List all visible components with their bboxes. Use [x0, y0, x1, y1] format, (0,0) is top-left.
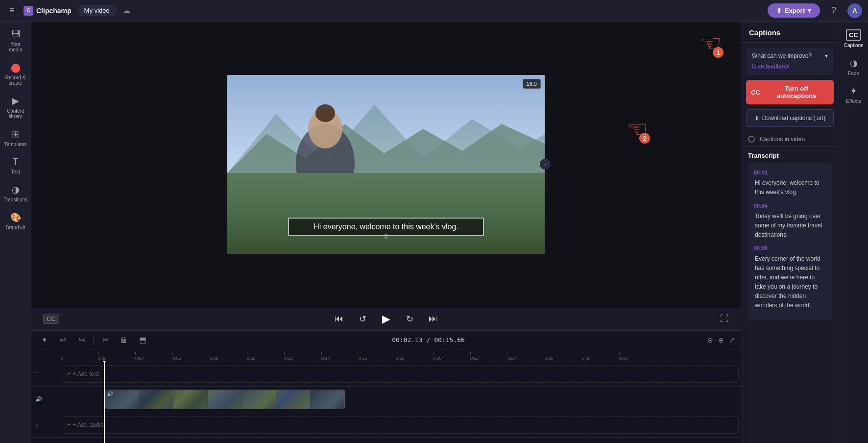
add-text-button[interactable]: + + Add text — [63, 365, 739, 383]
avatar[interactable]: A — [847, 3, 862, 18]
download-label: Download captions (.srt) — [762, 115, 825, 122]
transcript-text: Every corner of the world has something … — [754, 254, 826, 311]
svg-rect-4 — [257, 183, 511, 187]
plus-icon: + — [67, 370, 71, 377]
sidebar-label-content-library: Content library — [4, 108, 27, 119]
collapse-panel-button[interactable]: › — [540, 159, 551, 170]
text-icon: T — [13, 157, 18, 167]
transcript-box: 00:01Hi everyone, welcome to this week's… — [748, 163, 832, 320]
turnoff-autocaptions-button[interactable]: CC Turn off autocaptions — [746, 80, 834, 104]
forward-button[interactable]: ↻ — [402, 311, 417, 327]
chevron-down-icon: ▾ — [825, 52, 828, 59]
export-icon: ⬆ — [776, 7, 782, 14]
skip-forward-button[interactable]: ⏭ — [425, 311, 441, 327]
transcript-entry[interactable]: 00:04Today we'll be going over some of m… — [754, 201, 826, 240]
ruler-tick: 0:22 — [470, 352, 479, 361]
caption-drag-handle[interactable]: ⊙ — [383, 232, 389, 240]
add-audio-button[interactable]: + + Add audio — [63, 416, 739, 434]
transcript-timestamp: 00:04 — [754, 203, 768, 209]
menu-icon[interactable]: ≡ — [6, 5, 18, 16]
your-media-icon: 🎞 — [11, 29, 20, 40]
ruler-tick: 0:20 — [433, 352, 442, 361]
logo-icon: C — [24, 6, 33, 16]
fit-to-screen-button[interactable]: ⤢ — [729, 336, 735, 344]
clip-frame-7 — [310, 390, 344, 409]
export-button[interactable]: ⬆ Export ▾ — [768, 3, 820, 18]
fullscreen-button[interactable]: ⛶ — [720, 314, 729, 324]
magnet-tool-button[interactable]: ✦ — [37, 333, 51, 347]
transcript-text: Today we'll be going over some of my fav… — [754, 212, 826, 240]
aspect-ratio-badge: 16:9 — [523, 79, 541, 89]
timeline-time-display: 00:02.13 / 00:15.66 — [154, 336, 702, 344]
right-sidebar-item-fade[interactable]: ◑ Fade — [841, 54, 867, 80]
ruler-tick: 0:14 — [321, 352, 330, 361]
export-label: Export — [785, 7, 805, 14]
captions-panel: Captions What can we improve? ▾ Give fee… — [741, 22, 839, 443]
clip-frame-4 — [208, 390, 242, 409]
rewind-button[interactable]: ↺ — [355, 311, 370, 327]
download-icon: ⬇ — [754, 115, 759, 122]
download-captions-button[interactable]: ⬇ Download captions (.srt) — [746, 109, 834, 127]
add-text-label: + Add text — [72, 370, 99, 377]
captions-in-video-row: Captions in video — [741, 132, 839, 147]
sidebar-item-text[interactable]: T Text — [2, 153, 29, 178]
captions-panel-title: Captions — [749, 28, 780, 37]
feedback-box: What can we improve? ▾ Give feedback — [746, 48, 834, 75]
right-sidebar-item-captions[interactable]: CC Captions — [841, 25, 867, 52]
timeline-toolbar: ✦ ↩ ↪ ✂ 🗑 ⬒ 00:02.13 / 00:15.66 ⊖ ⊕ ⤢ — [31, 331, 741, 349]
give-feedback-link[interactable]: Give feedback — [752, 63, 790, 70]
transcript-timestamp: 00:08 — [754, 245, 768, 251]
play-button[interactable]: ▶ — [378, 311, 394, 327]
video-track: 🔊 🔊 — [31, 387, 741, 412]
sidebar-item-record[interactable]: ⬤ Record &create — [2, 58, 29, 90]
sidebar-item-your-media[interactable]: 🎞 Your media — [2, 25, 29, 56]
undo-button[interactable]: ↩ — [56, 333, 70, 347]
ruler-tick: 0 — [61, 352, 63, 361]
svg-rect-3 — [227, 173, 545, 254]
timeline-ruler: 00:020:040:060:080:100:120:140:160:180:2… — [31, 349, 741, 361]
text-track-label: T — [31, 371, 61, 377]
volume-icon: 🔊 — [35, 396, 42, 402]
audio-track-content: + + Add audio — [61, 412, 741, 437]
transcript-entry[interactable]: 00:08Every corner of the world has somet… — [754, 244, 826, 310]
ruler-tick: 0:28 — [582, 352, 591, 361]
transcript-entry[interactable]: 00:01Hi everyone, welcome to this week's… — [754, 168, 826, 197]
cc-button[interactable]: CC — [43, 314, 59, 324]
sidebar-label-templates: Templates — [4, 142, 27, 147]
sidebar-item-brand-kit[interactable]: 🎨 Brand kit — [2, 208, 29, 234]
video-preview-area: Hi everyone, welcome to this week's vlog… — [31, 22, 741, 307]
help-icon[interactable]: ? — [826, 3, 842, 19]
playhead[interactable] — [104, 361, 105, 443]
zoom-out-button[interactable]: ⊖ — [707, 336, 713, 344]
transcript-title: Transcript — [748, 152, 832, 159]
video-clip-strip[interactable] — [105, 390, 345, 409]
redo-button[interactable]: ↪ — [74, 333, 88, 347]
picture-in-picture-button[interactable]: ⬒ — [136, 333, 149, 347]
sidebar-item-transitions[interactable]: ◑ Transitions — [2, 180, 29, 206]
right-sidebar-label-captions: Captions — [844, 43, 863, 48]
captions-toggle[interactable] — [748, 136, 755, 143]
toolbar-divider — [93, 335, 94, 345]
delete-button[interactable]: 🗑 — [117, 333, 131, 347]
skip-back-button[interactable]: ⏮ — [331, 311, 347, 327]
sidebar-item-content-library[interactable]: ▶ Content library — [2, 92, 29, 123]
app-logo: C Clipchamp — [24, 6, 72, 16]
right-sidebar-item-effects[interactable]: ✦ Effects — [841, 82, 867, 108]
split-button[interactable]: ✂ — [98, 333, 112, 347]
sidebar-label-transitions: Transitions — [3, 197, 27, 202]
turnoff-label: Turn off autocaptions — [764, 85, 829, 99]
sidebar-item-templates[interactable]: ⊞ Templates — [2, 125, 29, 151]
video-title[interactable]: My video — [77, 5, 117, 16]
feedback-question[interactable]: What can we improve? ▾ — [752, 52, 828, 59]
turnoff-icon: CC — [751, 89, 760, 96]
ruler-tick: 0:12 — [284, 352, 293, 361]
topbar: ≡ C Clipchamp My video ☁ ⬆ Export ▾ ? A — [0, 0, 868, 22]
video-container: Hi everyone, welcome to this week's vlog… — [227, 75, 545, 254]
clip-volume-icon: 🔊 — [107, 391, 113, 396]
zoom-in-button[interactable]: ⊕ — [718, 336, 724, 344]
record-icon: ⬤ — [11, 62, 21, 73]
effects-icon: ✦ — [850, 86, 857, 97]
caption-text: Hi everyone, welcome to this week's vlog… — [313, 222, 458, 231]
video-track-content: 🔊 — [61, 387, 741, 412]
ruler-tick: 0:26 — [545, 352, 554, 361]
